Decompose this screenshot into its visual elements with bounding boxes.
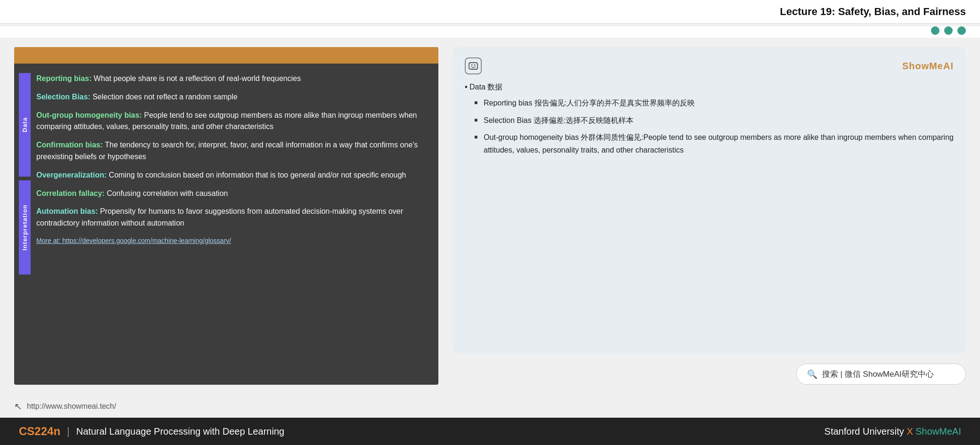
course-name: Natural Language Processing with Deep Le… xyxy=(76,426,284,437)
nav-dot-2[interactable] xyxy=(944,26,953,35)
bias-desc-correlation: Confusing correlation with causation xyxy=(107,189,228,197)
ai-main-bullet: Data 数据 xyxy=(465,81,954,93)
sidebar-data-label: Data xyxy=(19,73,31,177)
course-code: CS224n xyxy=(19,425,60,438)
bias-term-selection: Selection Bias: xyxy=(36,93,91,101)
bias-overgeneralization: Overgeneralization: Coming to conclusion… xyxy=(36,170,429,181)
bottom-right: Stanford University X ShowMeAI xyxy=(824,426,961,437)
search-bar-text: 搜索 | 微信 ShowMeAI研究中心 xyxy=(822,369,934,380)
bias-term-confirmation: Confirmation bias: xyxy=(36,141,103,149)
ai-card: ShowMeAI Data 数据 Reporting bias 报告偏见:人们分… xyxy=(453,47,966,354)
slide-top-bar xyxy=(14,47,438,64)
ai-icon xyxy=(465,57,482,74)
nav-dot-3[interactable] xyxy=(957,26,966,35)
slide-panel: Data Interpretation Reporting bias: What… xyxy=(14,47,438,385)
lecture-title: Lecture 19: Safety, Bias, and Fairness xyxy=(780,6,966,18)
ai-sub-item-2: Selection Bias 选择偏差:选择不反映随机样本 xyxy=(474,114,954,127)
bottom-divider: | xyxy=(67,425,70,437)
bottom-section: ↖ http://www.showmeai.tech/ xyxy=(0,394,980,418)
slide-content: Reporting bias: What people share is not… xyxy=(36,73,429,380)
nav-dots xyxy=(0,26,980,38)
x-separator: X xyxy=(906,426,915,437)
slide-link[interactable]: More at: https://developers.google.com/m… xyxy=(36,236,429,246)
bias-desc-reporting: What people share is not a reflection of… xyxy=(94,74,301,82)
bias-selection: Selection Bias: Selection does not refle… xyxy=(36,91,429,103)
nav-dot-1[interactable] xyxy=(931,26,939,35)
ai-sub-item-3: Out-group homogeneity bias 外群体同质性偏见:Peop… xyxy=(474,131,954,156)
slide-inner: Data Interpretation Reporting bias: What… xyxy=(14,64,438,385)
svg-point-2 xyxy=(474,65,476,66)
url-bar: ↖ http://www.showmeai.tech/ xyxy=(14,397,116,416)
cursor-icon: ↖ xyxy=(14,401,22,412)
bias-confirmation: Confirmation bias: The tendency to searc… xyxy=(36,139,429,163)
showmeai-footer-brand: ShowMeAI xyxy=(915,426,961,437)
bias-desc-selection: Selection does not reflect a random samp… xyxy=(92,93,238,101)
bias-automation: Automation bias: Propensity for humans t… xyxy=(36,206,429,229)
bias-term-automation: Automation bias: xyxy=(36,207,98,215)
search-bar[interactable]: 🔍 搜索 | 微信 ShowMeAI研究中心 xyxy=(796,364,966,385)
bias-term-reporting: Reporting bias: xyxy=(36,74,91,82)
ai-sub-list: Reporting bias 报告偏见:人们分享的并不是真实世界频率的反映 Se… xyxy=(465,97,954,156)
bias-term-overgeneralization: Overgeneralization: xyxy=(36,171,107,179)
bottom-left: CS224n | Natural Language Processing wit… xyxy=(19,425,284,438)
bias-outgroup: Out-group homogeneity bias: People tend … xyxy=(36,110,429,133)
showmeai-brand: ShowMeAI xyxy=(902,58,954,74)
top-bar: Lecture 19: Safety, Bias, and Fairness xyxy=(0,0,980,24)
ai-bullet-list: Data 数据 xyxy=(465,81,954,93)
right-panel: ShowMeAI Data 数据 Reporting bias 报告偏见:人们分… xyxy=(453,47,966,385)
url-text: http://www.showmeai.tech/ xyxy=(27,402,116,411)
main-content: Data Interpretation Reporting bias: What… xyxy=(0,38,980,394)
bias-desc-overgeneralization: Coming to conclusion based on informatio… xyxy=(109,171,406,179)
svg-rect-0 xyxy=(469,63,478,69)
search-icon: 🔍 xyxy=(807,369,817,380)
bias-term-correlation: Correlation fallacy: xyxy=(36,189,105,197)
stanford-label: Stanford University xyxy=(824,426,904,437)
bias-term-outgroup: Out-group homogeneity bias: xyxy=(36,111,142,119)
sidebar-interpretation-label: Interpretation xyxy=(19,180,31,275)
svg-point-1 xyxy=(471,65,473,66)
sidebar-labels: Data Interpretation xyxy=(19,73,31,380)
bias-reporting: Reporting bias: What people share is not… xyxy=(36,73,429,85)
bias-correlation: Correlation fallacy: Confusing correlati… xyxy=(36,188,429,200)
ai-card-header: ShowMeAI xyxy=(465,57,954,74)
search-bar-wrapper: 🔍 搜索 | 微信 ShowMeAI研究中心 xyxy=(453,364,966,385)
bottom-bar: CS224n | Natural Language Processing wit… xyxy=(0,418,980,445)
ai-sub-item-1: Reporting bias 报告偏见:人们分享的并不是真实世界频率的反映 xyxy=(474,97,954,109)
